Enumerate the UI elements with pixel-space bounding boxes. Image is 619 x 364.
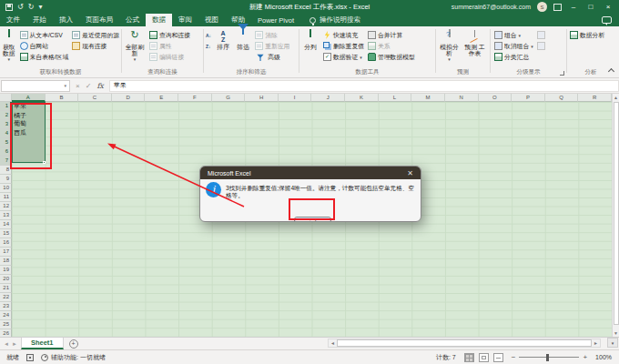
cancel-icon[interactable]: × — [76, 82, 80, 90]
get-data-button[interactable]: 获取数据▾ — [0, 29, 18, 64]
tab-view[interactable]: 视图 — [198, 14, 225, 26]
row-header-7[interactable]: 7 — [0, 157, 12, 166]
tab-power-pivot[interactable]: Power Pivot — [251, 14, 300, 26]
fill-handle[interactable] — [43, 161, 46, 164]
remove-duplicates-button[interactable]: 删除重复值 — [323, 41, 364, 51]
tab-formulas[interactable]: 公式 — [119, 14, 146, 26]
row-header-2[interactable]: 2 — [0, 111, 12, 120]
flash-fill-button[interactable]: 快速填充 — [323, 30, 364, 40]
column-header-K[interactable]: K — [345, 94, 379, 102]
sheet-prev-icon[interactable]: ◄ — [4, 341, 9, 347]
column-header-G[interactable]: G — [212, 94, 246, 102]
fx-icon[interactable]: fx — [96, 82, 103, 90]
zoom-in-icon[interactable]: + — [583, 353, 587, 361]
column-header-R[interactable]: R — [578, 94, 612, 102]
name-box[interactable]: ▾ — [1, 80, 70, 92]
row-header-20[interactable]: 20 — [0, 275, 12, 284]
sort-descending-button[interactable]: Z↓ — [206, 42, 211, 52]
subtotal-button[interactable]: 分类汇总 — [494, 52, 533, 62]
recent-sources-button[interactable]: 最近使用的源 — [72, 30, 119, 40]
from-table-range-button[interactable]: 来自表格/区域 — [20, 52, 69, 62]
column-header-J[interactable]: J — [311, 94, 345, 102]
column-header-H[interactable]: H — [245, 94, 279, 102]
vertical-scrollbar-thumb[interactable] — [614, 102, 619, 325]
sort-button[interactable]: AZ 排序 — [213, 29, 233, 51]
zoom-slider[interactable] — [519, 357, 579, 358]
tab-home[interactable]: 开始 — [26, 14, 53, 26]
scroll-down-icon[interactable]: ▼ — [613, 329, 619, 337]
zoom-slider-thumb[interactable] — [546, 354, 549, 361]
row-header-18[interactable]: 18 — [0, 257, 12, 266]
data-analysis-button[interactable]: 数据分析 — [570, 30, 604, 40]
row-header-25[interactable]: 25 — [0, 320, 12, 329]
filter-button[interactable]: 筛选 — [233, 29, 253, 51]
zoom-level[interactable]: 100% — [595, 354, 612, 360]
row-header-15[interactable]: 15 — [0, 229, 12, 238]
row-header-13[interactable]: 13 — [0, 211, 12, 220]
row-header-12[interactable]: 12 — [0, 202, 12, 211]
row-header-11[interactable]: 11 — [0, 193, 12, 202]
scroll-up-icon[interactable]: ▲ — [613, 94, 619, 101]
tab-data[interactable]: 数据 — [146, 14, 172, 26]
zoom-out-icon[interactable]: − — [512, 353, 516, 361]
redo-icon[interactable]: ↻ — [28, 4, 35, 11]
ungroup-button[interactable]: 取消组合▾ — [494, 41, 533, 51]
row-header-6[interactable]: 6 — [0, 147, 12, 157]
refresh-all-button[interactable]: ↻ 全部刷新▾ — [122, 29, 147, 64]
manage-data-model-button[interactable]: 管理数据模型 — [368, 52, 415, 62]
vertical-scrollbar[interactable]: ▲ ▼ — [612, 94, 619, 337]
cell-A2[interactable]: 橘子 — [14, 111, 45, 120]
accessibility-status[interactable]: 辅助功能: 一切就绪 — [51, 353, 106, 362]
maximize-button[interactable]: □ — [585, 3, 596, 11]
row-header-19[interactable]: 19 — [0, 266, 12, 275]
row-header-23[interactable]: 23 — [0, 302, 12, 311]
what-if-analysis-button[interactable]: 模拟分析▾ — [436, 29, 462, 64]
sheet-tab-sheet1[interactable]: Sheet1 — [21, 338, 64, 349]
scroll-right-icon[interactable]: ► — [592, 339, 600, 347]
forecast-sheet-button[interactable]: 预测 工作表 — [462, 29, 487, 57]
existing-connections-button[interactable]: 现有连接 — [72, 41, 119, 51]
column-header-P[interactable]: P — [512, 94, 545, 102]
column-header-L[interactable]: L — [379, 94, 412, 102]
horizontal-scrollbar[interactable]: ◄ ► — [328, 339, 601, 348]
column-header-I[interactable]: I — [279, 94, 312, 102]
page-layout-view-icon[interactable] — [479, 353, 489, 362]
cell-A1[interactable]: 苹果 — [14, 102, 45, 111]
ok-button[interactable]: 确定 — [294, 217, 331, 222]
tab-insert[interactable]: 插入 — [53, 14, 79, 26]
row-header-5[interactable]: 5 — [0, 138, 12, 147]
qat-more-icon[interactable]: ▾ — [38, 4, 42, 11]
row-header-24[interactable]: 24 — [0, 311, 12, 320]
tab-review[interactable]: 审阅 — [172, 14, 198, 26]
ribbon-display-options-icon[interactable] — [553, 4, 562, 11]
text-to-columns-button[interactable]: 分列 — [299, 29, 321, 51]
row-header-21[interactable]: 21 — [0, 284, 12, 293]
from-text-csv-button[interactable]: 从文本/CSV — [20, 30, 69, 40]
queries-connections-button[interactable]: 查询和连接 — [149, 30, 190, 40]
column-header-Q[interactable]: Q — [545, 94, 579, 102]
column-header-D[interactable]: D — [112, 94, 146, 102]
column-header-N[interactable]: N — [445, 94, 479, 102]
data-validation-button[interactable]: 数据验证▾ — [323, 52, 364, 62]
scroll-left-icon[interactable]: ◄ — [329, 339, 337, 347]
column-header-F[interactable]: F — [178, 94, 212, 102]
horizontal-scrollbar-thumb[interactable] — [337, 339, 592, 347]
comments-icon[interactable] — [602, 16, 612, 24]
page-break-view-icon[interactable] — [493, 353, 503, 362]
column-header-O[interactable]: O — [479, 94, 512, 102]
row-header-22[interactable]: 22 — [0, 293, 12, 302]
column-header-C[interactable]: C — [78, 94, 112, 102]
scrollbar-options-icon[interactable]: ▾ — [607, 338, 618, 348]
save-icon[interactable] — [5, 4, 13, 11]
tab-page-layout[interactable]: 页面布局 — [79, 14, 119, 26]
minimize-button[interactable]: – — [568, 3, 579, 11]
macro-record-icon[interactable] — [26, 354, 34, 361]
undo-icon[interactable]: ↺ — [17, 4, 24, 11]
row-header-8[interactable]: 8 — [0, 166, 12, 175]
add-sheet-icon[interactable]: + — [69, 339, 78, 349]
consolidate-button[interactable]: 合并计算 — [368, 30, 415, 40]
formula-input[interactable]: 苹果 — [109, 80, 619, 92]
advanced-filter-button[interactable]: 高级 — [255, 52, 289, 62]
enter-icon[interactable]: ✓ — [86, 82, 92, 90]
cell-A3[interactable]: 葡萄 — [14, 119, 45, 128]
